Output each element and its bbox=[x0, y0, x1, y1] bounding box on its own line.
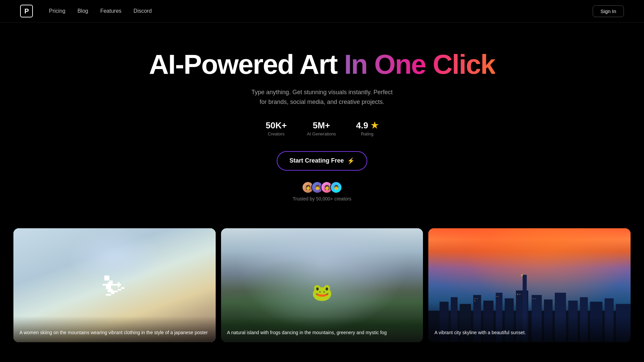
avatar-group: 👩 👨 👩 👨 bbox=[302, 181, 342, 193]
svg-rect-26 bbox=[533, 298, 534, 299]
sign-in-button[interactable]: Sign In bbox=[593, 5, 624, 17]
nav-pricing[interactable]: Pricing bbox=[49, 8, 65, 14]
stat-rating-label: Rating bbox=[356, 131, 378, 136]
stat-creators-value: 50K+ bbox=[266, 120, 287, 131]
caption-text-city: A vibrant city skyline with a beautiful … bbox=[434, 329, 625, 336]
svg-rect-25 bbox=[520, 294, 521, 295]
stat-creators: 50K+ Creators bbox=[266, 120, 287, 136]
nav-links: Pricing Blog Features Discord bbox=[49, 8, 152, 14]
svg-rect-21 bbox=[475, 301, 476, 301]
stat-generations: 5M+ AI Generations bbox=[307, 120, 336, 136]
navigation: P Pricing Blog Features Discord Sign In bbox=[0, 0, 644, 22]
avatar: 👨 bbox=[330, 181, 342, 193]
gallery-caption-island: A natural island with frogs dancing in t… bbox=[221, 316, 423, 342]
stat-generations-value: 5M+ bbox=[307, 120, 336, 131]
cta-button[interactable]: Start Creating Free ⚡ bbox=[277, 151, 367, 171]
stat-rating-value: 4.9 ★ bbox=[356, 120, 378, 131]
trusted-label: Trusted by 50,000+ creators bbox=[293, 196, 352, 201]
stat-generations-label: AI Generations bbox=[307, 131, 336, 136]
logo[interactable]: P bbox=[20, 5, 33, 17]
gallery-caption-city: A vibrant city skyline with a beautiful … bbox=[428, 316, 631, 342]
hero-title: AI-Powered Art In One Click bbox=[149, 49, 495, 79]
svg-rect-23 bbox=[498, 296, 499, 297]
bolt-icon: ⚡ bbox=[347, 157, 355, 165]
svg-rect-22 bbox=[496, 296, 497, 297]
caption-text-island: A natural island with frogs dancing in t… bbox=[227, 329, 417, 336]
nav-discord[interactable]: Discord bbox=[133, 8, 152, 14]
svg-rect-20 bbox=[477, 298, 478, 299]
nav-features[interactable]: Features bbox=[100, 8, 121, 14]
svg-rect-27 bbox=[535, 298, 536, 299]
nav-left: P Pricing Blog Features Discord bbox=[20, 5, 152, 17]
gallery-item-island: A natural island with frogs dancing in t… bbox=[221, 228, 423, 342]
gallery-caption-ski: A women skiing on the mountains wearing … bbox=[13, 316, 216, 342]
hero-section: AI-Powered Art In One Click Type anythin… bbox=[0, 22, 644, 222]
svg-rect-10 bbox=[522, 275, 523, 276]
svg-rect-19 bbox=[475, 298, 476, 299]
star-icon: ★ bbox=[371, 120, 378, 130]
gallery-section: A women skiing on the mountains wearing … bbox=[0, 228, 644, 342]
gallery-item-ski: A women skiing on the mountains wearing … bbox=[13, 228, 216, 342]
caption-text-ski: A women skiing on the mountains wearing … bbox=[19, 329, 210, 336]
stats-row: 50K+ Creators 5M+ AI Generations 4.9 ★ R… bbox=[266, 120, 378, 136]
hero-subtitle: Type anything. Get stunning visuals inst… bbox=[248, 87, 396, 107]
trusted-section: 👩 👨 👩 👨 Trusted by 50,000+ creators bbox=[293, 181, 352, 201]
stat-creators-label: Creators bbox=[266, 131, 287, 136]
gallery-item-city: A vibrant city skyline with a beautiful … bbox=[428, 228, 631, 342]
stat-rating: 4.9 ★ Rating bbox=[356, 120, 378, 136]
svg-rect-24 bbox=[517, 294, 518, 295]
nav-blog[interactable]: Blog bbox=[77, 8, 88, 14]
cta-label: Start Creating Free bbox=[289, 157, 344, 164]
